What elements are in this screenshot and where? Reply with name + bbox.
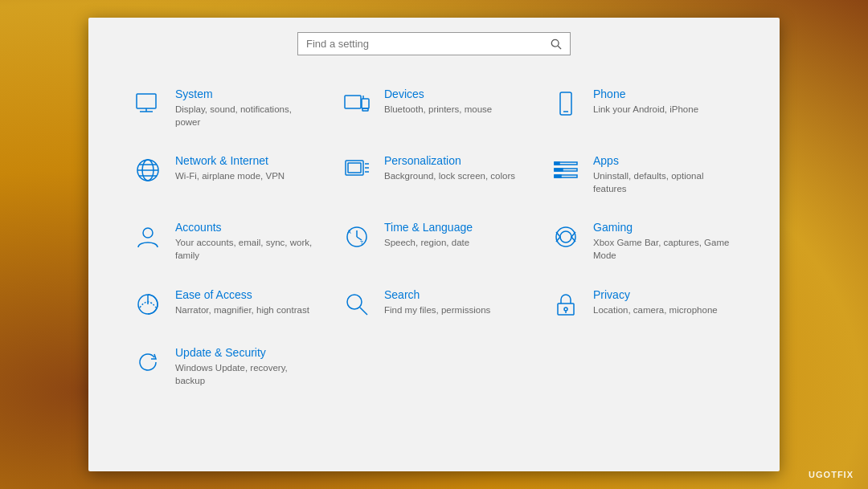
personalization-desc: Background, lock screen, colors [384,169,515,182]
accounts-desc: Your accounts, email, sync, work, family [175,236,318,262]
update-title: Update & Security [175,346,318,359]
gaming-title: Gaming [593,221,736,234]
system-text: System Display, sound, notifications, po… [175,88,318,128]
search-title: Search [384,288,490,301]
devices-title: Devices [384,88,492,100]
time-icon: A T [341,221,373,253]
setting-item-update[interactable]: Update & Security Windows Update, recove… [121,333,330,400]
setting-item-privacy[interactable]: Privacy Location, camera, microphone [538,275,747,333]
svg-point-33 [556,227,575,247]
privacy-desc: Location, camera, microphone [593,304,718,316]
search-bar[interactable] [297,32,571,55]
settings-grid: System Display, sound, notifications, po… [121,75,747,400]
gaming-text: Gaming Xbox Game Bar, captures, Game Mod… [593,221,736,262]
svg-line-42 [360,308,367,315]
svg-rect-5 [345,96,361,108]
setting-item-time[interactable]: A T Time & Language Speech, region, date [330,208,538,275]
accounts-text: Accounts Your accounts, email, sync, wor… [175,221,318,262]
search-text: Search Find my files, permissions [384,288,490,316]
system-icon [132,88,164,120]
setting-item-search[interactable]: Search Find my files, permissions [330,275,538,333]
setting-item-accounts[interactable]: Accounts Your accounts, email, sync, wor… [121,208,330,275]
setting-item-personalization[interactable]: Personalization Background, lock screen,… [330,141,538,208]
gaming-desc: Xbox Game Bar, captures, Game Mode [593,236,736,262]
svg-point-27 [143,228,153,238]
devices-icon [341,88,373,120]
svg-point-41 [347,295,362,309]
update-desc: Windows Update, recovery, backup [175,361,318,387]
privacy-title: Privacy [593,288,718,301]
settings-window: System Display, sound, notifications, po… [88,18,780,471]
search-desc: Find my files, permissions [384,304,490,316]
setting-item-system[interactable]: System Display, sound, notifications, po… [121,75,330,141]
update-text: Update & Security Windows Update, recove… [175,346,318,387]
svg-rect-24 [555,162,559,165]
setting-item-gaming[interactable]: Gaming Xbox Game Bar, captures, Game Mod… [538,208,747,275]
network-desc: Wi-Fi, airplane mode, VPN [175,169,285,182]
gaming-icon [550,221,582,253]
apps-icon [550,154,582,186]
svg-rect-20 [348,163,361,173]
system-desc: Display, sound, notifications, power [175,103,318,128]
phone-text: Phone Link your Android, iPhone [593,88,698,116]
accounts-icon [132,221,164,253]
setting-item-ease[interactable]: Ease of Access Narrator, magnifier, high… [121,275,330,333]
apps-desc: Uninstall, defaults, optional features [593,169,736,195]
time-text: Time & Language Speech, region, date [384,221,473,249]
setting-item-apps[interactable]: Apps Uninstall, defaults, optional featu… [538,141,747,208]
ease-text: Ease of Access Narrator, magnifier, high… [175,288,309,316]
svg-point-34 [560,231,571,242]
setting-item-devices[interactable]: Devices Bluetooth, printers, mouse [330,75,538,141]
update-icon [132,346,164,378]
devices-text: Devices Bluetooth, printers, mouse [384,88,492,116]
ease-desc: Narrator, magnifier, high contrast [175,304,309,316]
phone-icon [550,88,582,120]
search-icon [341,288,373,320]
accounts-title: Accounts [175,221,318,234]
personalization-title: Personalization [384,154,515,167]
time-desc: Speech, region, date [384,236,473,249]
search-input[interactable] [306,38,551,50]
svg-rect-26 [555,175,561,177]
personalization-text: Personalization Background, lock screen,… [384,154,515,182]
personalization-icon [341,154,373,186]
svg-rect-2 [137,94,156,108]
network-text: Network & Internet Wi-Fi, airplane mode,… [175,154,285,182]
search-icon [551,39,562,50]
svg-rect-7 [362,108,368,111]
time-title: Time & Language [384,221,473,234]
svg-rect-6 [362,99,369,108]
watermark: UGOTFIX [809,470,854,479]
phone-desc: Link your Android, iPhone [593,103,698,116]
ease-title: Ease of Access [175,288,309,301]
apps-title: Apps [593,154,736,167]
privacy-text: Privacy Location, camera, microphone [593,288,718,316]
network-title: Network & Internet [175,154,285,167]
system-title: System [175,88,318,100]
svg-text:T: T [360,240,364,246]
svg-point-0 [551,39,559,47]
svg-text:A: A [347,229,351,234]
svg-point-44 [564,308,567,311]
svg-rect-25 [555,169,563,171]
apps-text: Apps Uninstall, defaults, optional featu… [593,154,736,195]
devices-desc: Bluetooth, printers, mouse [384,103,492,116]
setting-item-phone[interactable]: Phone Link your Android, iPhone [538,75,747,141]
svg-line-1 [558,46,561,49]
setting-item-network[interactable]: Network & Internet Wi-Fi, airplane mode,… [121,141,330,208]
network-icon [132,154,164,186]
phone-title: Phone [593,88,698,100]
privacy-icon [550,288,582,320]
ease-icon [132,288,164,320]
